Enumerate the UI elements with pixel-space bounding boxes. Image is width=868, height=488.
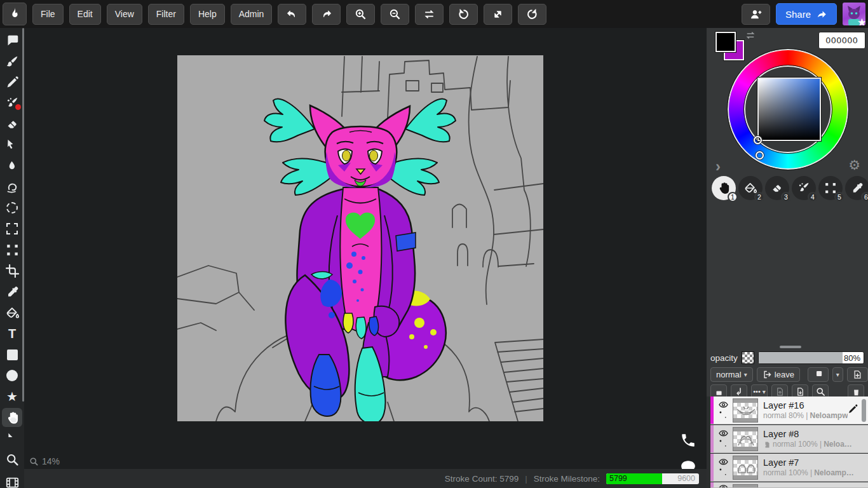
tool-slot-fill[interactable]: 2: [738, 176, 763, 200]
canvas-viewport[interactable]: 14%: [24, 28, 707, 488]
text-icon: T: [8, 327, 16, 340]
zoom-in-button[interactable]: [346, 4, 375, 25]
menu-filter[interactable]: Filter: [148, 4, 184, 25]
user-avatar[interactable]: ★: [843, 3, 865, 25]
fit-view-button[interactable]: [484, 4, 512, 25]
milestone-current: 5799: [609, 474, 627, 483]
hex-color-input[interactable]: [818, 32, 865, 49]
eraser-tool[interactable]: [2, 114, 22, 133]
swap-colors-button[interactable]: [745, 30, 756, 41]
leave-layer-button[interactable]: leave: [757, 367, 800, 382]
drawing-canvas[interactable]: [177, 55, 543, 421]
menu-help[interactable]: Help: [190, 4, 225, 25]
pencil-tool[interactable]: [2, 72, 22, 92]
flip-view-button[interactable]: [415, 4, 444, 25]
add-layer-button[interactable]: [847, 367, 868, 382]
layers-scrollbar[interactable]: [862, 399, 866, 422]
layer-alpha-visibility-icon[interactable]: [718, 468, 729, 477]
tool-slot-eyedropper[interactable]: 6: [845, 176, 868, 200]
duplicate-options-dropdown[interactable]: ▾: [832, 367, 843, 382]
zoom-tool[interactable]: [2, 450, 22, 469]
sv-marker[interactable]: [754, 136, 762, 144]
reset-view-tool[interactable]: [2, 429, 22, 448]
eye-icon[interactable]: [718, 401, 729, 409]
color-settings-gear-icon[interactable]: ⚙: [848, 158, 860, 173]
move-tool[interactable]: [2, 135, 22, 154]
reset-rotation-button[interactable]: [518, 4, 546, 25]
person-plus-icon: [750, 8, 762, 20]
duplicate-layer-button[interactable]: [808, 367, 829, 382]
transform-tool[interactable]: [2, 240, 22, 259]
tool-slot-eraser[interactable]: 3: [765, 176, 789, 200]
share-button[interactable]: Share: [776, 3, 837, 25]
zoom-out-button[interactable]: [381, 4, 409, 25]
slot-badge: 5: [834, 192, 844, 202]
layer-row-16[interactable]: Layer #16 normal 80% | Neloampw…: [710, 396, 868, 424]
layer-flags: [715, 401, 731, 419]
transparency-checker-button[interactable]: [742, 351, 754, 364]
ellipse-select-tool[interactable]: [2, 198, 22, 217]
undo-button[interactable]: [278, 4, 306, 25]
eye-icon[interactable]: [718, 458, 729, 466]
layer-row-partial[interactable]: [710, 482, 868, 488]
eraser-icon: [6, 118, 19, 131]
fill-bucket-icon: [6, 306, 19, 320]
tool-slot-brush[interactable]: 4: [792, 176, 816, 200]
layer-meta: normal 100% | Neloamp…: [763, 468, 868, 478]
rect-select-tool[interactable]: [2, 219, 22, 238]
layers-panel-resize-handle[interactable]: [780, 346, 801, 348]
timeline-tool[interactable]: [2, 473, 22, 488]
menu-file[interactable]: File: [32, 4, 64, 25]
blur-tool[interactable]: [2, 177, 22, 196]
ellipse-shape-icon: [6, 370, 18, 381]
saturation-value-square[interactable]: [757, 78, 821, 141]
layer-row-7[interactable]: Layer #7 normal 100% | Neloamp…: [710, 454, 868, 482]
voice-call-button[interactable]: [680, 432, 696, 449]
tool-slot-transform[interactable]: 5: [818, 176, 843, 200]
collapse-panel-chevron[interactable]: ›: [715, 158, 721, 175]
blend-mode-value: normal: [716, 370, 742, 379]
eyedropper-tool[interactable]: [2, 282, 22, 301]
text-tool[interactable]: T: [2, 324, 22, 343]
fill-bucket-tool[interactable]: [2, 303, 22, 322]
rect-shape-tool[interactable]: [2, 345, 22, 364]
eyedropper-icon: [6, 285, 19, 299]
app-logo[interactable]: [3, 3, 27, 25]
hand-tool[interactable]: [2, 408, 22, 427]
tool-slot-hand[interactable]: 1: [712, 176, 736, 200]
paintbrush-tool[interactable]: [2, 51, 22, 71]
pencil-icon: [6, 76, 19, 89]
eye-icon[interactable]: [718, 430, 729, 438]
wet-brush-tool[interactable]: [2, 93, 22, 112]
left-toolbar-scrollbar[interactable]: [22, 28, 24, 402]
primary-color-swatch[interactable]: [715, 32, 736, 52]
eye-icon[interactable]: [718, 484, 729, 488]
blend-mode-dropdown[interactable]: normal ▾: [710, 367, 753, 382]
layer-alpha-visibility-icon[interactable]: [718, 440, 729, 448]
ellipse-shape-tool[interactable]: [2, 366, 22, 385]
rename-layer-button[interactable]: [848, 403, 862, 417]
status-separator: |: [525, 474, 527, 484]
smudge-tool[interactable]: [2, 156, 22, 175]
opacity-slider[interactable]: 80%: [758, 351, 864, 364]
transform-icon: [824, 182, 837, 194]
layer-thumbnail: [733, 427, 758, 451]
layer-info: Layer #16 normal 80% | Neloampw…: [763, 400, 848, 421]
hue-marker[interactable]: [756, 151, 764, 159]
layer-alpha-visibility-icon[interactable]: [718, 411, 729, 419]
menu-view[interactable]: View: [107, 4, 142, 25]
menu-admin[interactable]: Admin: [231, 4, 273, 25]
star-shape-tool[interactable]: ★: [2, 387, 22, 406]
menu-edit[interactable]: Edit: [69, 4, 101, 25]
chat-tool[interactable]: [2, 30, 22, 50]
tool-slot-bar: 1 2 3 4 5 6: [712, 176, 868, 200]
rotate-ccw-button[interactable]: [449, 4, 478, 25]
crop-tool[interactable]: [2, 261, 22, 280]
slot-badge: 4: [808, 192, 818, 202]
redo-button[interactable]: [312, 4, 341, 25]
flame-icon: [8, 6, 22, 22]
blend-row: normal ▾ leave ▾: [710, 367, 864, 382]
invite-user-button[interactable]: [742, 4, 770, 25]
layer-row-8[interactable]: Layer #8 normal 100% | Neloa…: [710, 425, 868, 453]
layer-flags: [715, 458, 731, 477]
